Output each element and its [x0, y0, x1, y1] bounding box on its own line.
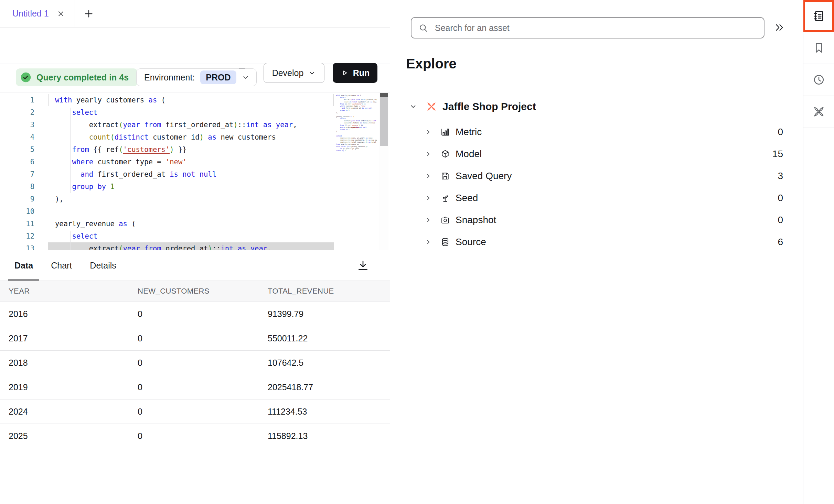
close-tab-icon[interactable] — [56, 9, 65, 18]
tree-item-count: 6 — [778, 237, 783, 248]
code-line-text[interactable]: yearly_revenue as ( — [48, 218, 334, 230]
tree-item-label: Source — [456, 237, 486, 248]
code-line[interactable]: 11yearly_revenue as ( — [0, 218, 334, 230]
asset-search-box[interactable] — [411, 17, 764, 39]
code-line-text[interactable]: count(distinct customer_id) as new_custo… — [48, 131, 334, 143]
tool-history[interactable] — [803, 64, 834, 96]
download-results-button[interactable] — [356, 259, 370, 272]
file-tab-untitled-1[interactable]: Untitled 1 — [0, 0, 75, 27]
code-line[interactable]: 4 count(distinct customer_id) as new_cus… — [0, 131, 334, 143]
line-number: 1 — [0, 94, 48, 106]
code-line[interactable]: 10 — [0, 205, 334, 218]
code-line-text[interactable]: from {{ ref('customers') }} — [48, 143, 334, 156]
file-tab-title: Untitled 1 — [12, 9, 49, 19]
tree-item-metric[interactable]: Metric 0 — [390, 121, 803, 143]
tree-item-snapshot[interactable]: Snapshot 0 — [390, 209, 803, 231]
line-number: 9 — [0, 193, 48, 205]
table-cell: 0 — [138, 431, 268, 441]
tool-bookmarks[interactable] — [803, 32, 834, 64]
code-line-text[interactable]: group by 1 — [48, 180, 334, 193]
new-tab-button[interactable] — [82, 7, 96, 21]
code-line[interactable]: 12 select — [0, 230, 334, 242]
line-number: 7 — [0, 168, 48, 180]
tool-explore-notebook[interactable] — [803, 0, 834, 32]
table-cell: 550011.22 — [268, 333, 390, 343]
indent-guide — [70, 231, 71, 250]
tool-dbt[interactable] — [803, 96, 834, 128]
table-row: 20240111234.53 — [0, 399, 390, 424]
code-line[interactable]: 5 from {{ ref('customers') }} — [0, 143, 334, 156]
tree-item-saved-query[interactable]: Saved Query 3 — [390, 165, 803, 187]
code-line[interactable]: 3 extract(year from first_ordered_at)::i… — [0, 119, 334, 131]
collapse-panel-button[interactable] — [771, 19, 788, 36]
seed-icon — [440, 193, 450, 203]
scrollbar-thumb[interactable] — [380, 97, 388, 146]
search-icon — [418, 23, 428, 33]
table-cell: 111234.53 — [268, 407, 390, 417]
code-line[interactable]: 13 extract(year from ordered_at)::int as… — [0, 242, 334, 250]
table-cell: 2019 — [9, 382, 138, 392]
line-number: 13 — [0, 242, 48, 250]
column-header-new-customers: NEW_CUSTOMERS — [138, 287, 268, 296]
code-line-text[interactable]: extract(year from first_ordered_at)::int… — [48, 119, 334, 131]
scrollbar-marker — [380, 93, 388, 97]
editor-scrollbar[interactable] — [379, 92, 388, 250]
saved-query-icon — [440, 171, 450, 181]
code-line-text[interactable] — [48, 205, 334, 218]
indent-guide — [70, 108, 71, 193]
tab-data[interactable]: Data — [14, 250, 33, 281]
environment-selector[interactable]: Environment: PROD — [136, 68, 257, 86]
code-line-text[interactable]: extract(year from ordered_at)::int as ye… — [48, 242, 334, 250]
chevron-right-icon — [425, 239, 431, 245]
code-line[interactable]: 2 select — [0, 106, 334, 119]
code-line-text[interactable]: with yearly_customers as ( — [48, 94, 334, 106]
tab-details[interactable]: Details — [90, 250, 116, 281]
table-row: 20250115892.13 — [0, 424, 390, 448]
table-cell: 115892.13 — [268, 431, 390, 441]
tree-item-count: 15 — [772, 149, 783, 160]
tree-item-label: Seed — [456, 193, 478, 204]
editor-pane: Untitled 1 Develop Run — [0, 0, 390, 504]
code-line[interactable]: 9), — [0, 193, 334, 205]
code-line[interactable]: 7 and first_ordered_at is not null — [0, 168, 334, 180]
plus-icon — [84, 9, 94, 19]
table-cell: 0 — [138, 358, 268, 368]
code-line-text[interactable]: where customer_type = 'new' — [48, 156, 334, 168]
code-line-text[interactable]: and first_ordered_at is not null — [48, 168, 334, 180]
table-cell: 2018 — [9, 358, 138, 368]
tree-item-source[interactable]: Source 6 — [390, 231, 803, 253]
tree-item-label: Saved Query — [456, 171, 512, 182]
tree-item-count: 0 — [778, 215, 783, 226]
tree-project-row[interactable]: Jaffle Shop Project — [390, 97, 803, 116]
code-line[interactable]: 8 group by 1 — [0, 180, 334, 193]
code-line-text[interactable]: select — [48, 230, 334, 242]
table-row: 20180107642.5 — [0, 351, 390, 375]
file-tab-bar: Untitled 1 — [0, 0, 390, 28]
tree-item-label: Snapshot — [456, 215, 496, 226]
editor-minimap[interactable]: with yearly_customers as ( select extrac… — [336, 95, 377, 248]
chevron-right-icon — [425, 151, 431, 157]
asset-search-input[interactable] — [434, 23, 764, 33]
chevron-right-icon — [425, 173, 431, 179]
code-area[interactable]: 1with yearly_customers as (2 select3 ext… — [0, 94, 334, 250]
code-line[interactable]: 1with yearly_customers as ( — [0, 94, 334, 106]
tree-item-label: Model — [456, 149, 482, 160]
tree-item-model[interactable]: Model 15 — [390, 143, 803, 165]
tree-item-count: 0 — [778, 127, 783, 138]
results-tab-bar: Data Chart Details — [0, 250, 390, 281]
table-cell: 0 — [138, 382, 268, 392]
table-cell: 2024 — [9, 407, 138, 417]
line-number: 8 — [0, 180, 48, 193]
code-line[interactable]: 6 where customer_type = 'new' — [0, 156, 334, 168]
project-name: Jaffle Shop Project — [442, 101, 536, 112]
chevron-down-icon — [409, 103, 417, 110]
tab-chart[interactable]: Chart — [51, 250, 72, 281]
editor-toolbar: Develop Run — [0, 28, 390, 64]
sql-editor[interactable]: 1with yearly_customers as (2 select3 ext… — [0, 92, 390, 250]
tree-item-seed[interactable]: Seed 0 — [390, 187, 803, 209]
table-cell: 2025418.77 — [268, 382, 390, 392]
code-line-text[interactable]: ), — [48, 193, 334, 205]
code-line-text[interactable]: select — [48, 106, 334, 119]
chevron-right-icon — [425, 129, 431, 135]
tree-item-label: Metric — [456, 127, 482, 138]
